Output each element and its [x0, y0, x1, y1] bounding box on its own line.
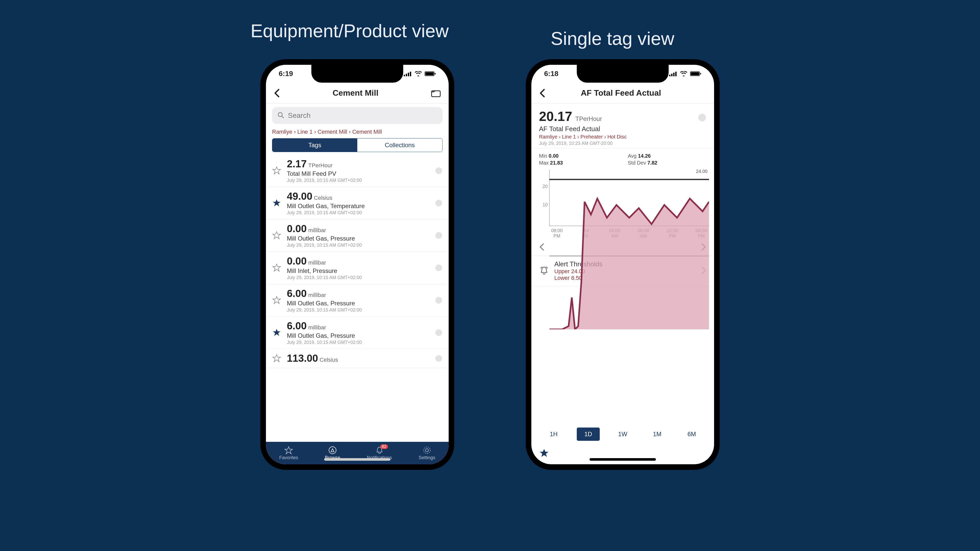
- status-time: 6:18: [544, 70, 558, 78]
- slide-title-right: Single tag view: [523, 28, 702, 49]
- svg-line-9: [282, 116, 284, 118]
- tab-label: Favorites: [279, 455, 298, 460]
- svg-rect-6: [434, 73, 436, 75]
- breadcrumb[interactable]: Ramliye › Line 1 › Cement Mill › Cement …: [266, 127, 449, 138]
- favorite-toggle[interactable]: [539, 454, 549, 459]
- favorite-toggle[interactable]: [272, 263, 282, 272]
- svg-rect-0: [404, 75, 405, 76]
- timeframe-1W[interactable]: 1W: [611, 427, 634, 441]
- timeframe-1H[interactable]: 1H: [542, 427, 565, 441]
- list-item[interactable]: 6.00millibar Mill Outlet Gas, Pressure J…: [266, 317, 449, 349]
- tab-settings[interactable]: Settings: [419, 446, 435, 460]
- tag-timestamp: July 29, 2019, 10:15 AM GMT+02:00: [287, 178, 430, 183]
- back-button[interactable]: [274, 89, 280, 98]
- status-icon: [435, 297, 442, 304]
- cellular-icon: [669, 71, 677, 76]
- svg-point-16: [435, 355, 442, 362]
- tag-value: 6.00: [287, 320, 307, 332]
- phone-mockup-left: 6:19 Cement Mill Ramliye › Li: [260, 59, 454, 470]
- segment-collections[interactable]: Collections: [357, 138, 442, 152]
- svg-point-10: [435, 167, 442, 174]
- tag-value: 20.17: [539, 109, 572, 124]
- favorite-toggle[interactable]: [272, 166, 282, 175]
- svg-point-14: [435, 297, 442, 303]
- status-bar: 6:18: [531, 65, 714, 83]
- tag-timestamp: July 29, 2019, 10:23 AM GMT-20:00: [539, 141, 706, 146]
- list-item[interactable]: 0.00millibar Mill Inlet, Pressure July 2…: [266, 252, 449, 284]
- battery-icon: [690, 71, 701, 76]
- status-icon: [435, 329, 442, 337]
- back-button[interactable]: [539, 89, 546, 98]
- tag-timestamp: July 29, 2019, 10:15 AM GMT+02:00: [287, 340, 430, 345]
- svg-point-8: [278, 113, 282, 117]
- svg-rect-1: [406, 74, 407, 76]
- tag-value: 49.00: [287, 191, 312, 202]
- tag-timestamp: July 29, 2019, 10:15 AM GMT+02:00: [287, 243, 430, 248]
- favorite-toggle[interactable]: [272, 328, 282, 337]
- svg-point-11: [435, 200, 442, 206]
- trend-chart[interactable]: 24.00 20 10 08:00PMJul2904:00AM08:00: [536, 170, 709, 238]
- tag-timestamp: July 29, 2019, 10:15 AM GMT+02:00: [287, 275, 430, 280]
- timeframe-6M[interactable]: 6M: [680, 427, 703, 441]
- list-item[interactable]: 2.17TPerHour Total Mill Feed PV July 29,…: [266, 155, 449, 187]
- svg-rect-25: [691, 72, 699, 75]
- tag-value: 2.17: [287, 158, 307, 170]
- cellular-icon: [404, 71, 412, 76]
- status-icon: [435, 354, 442, 362]
- list-item[interactable]: 0.00millibar Mill Outlet Gas, Pressure J…: [266, 219, 449, 252]
- gear-icon: [423, 446, 431, 454]
- tag-label: Mill Outlet Gas, Pressure: [287, 235, 430, 242]
- segmented-control: Tags Collections: [272, 138, 442, 152]
- status-icon: [698, 113, 706, 123]
- tag-unit: millibar: [308, 259, 326, 266]
- tag-header-card: 20.17 TPerHour AF Total Feed Actual Raml…: [531, 103, 714, 148]
- tag-unit: millibar: [308, 227, 326, 233]
- segment-tags[interactable]: Tags: [272, 138, 357, 152]
- tag-list[interactable]: 2.17TPerHour Total Mill Feed PV July 29,…: [266, 155, 449, 442]
- search-bar[interactable]: [272, 107, 442, 124]
- svg-rect-5: [425, 72, 434, 75]
- list-item[interactable]: 113.00Celsius: [266, 349, 449, 368]
- favorite-toggle[interactable]: [272, 295, 282, 305]
- favorite-toggle[interactable]: [272, 354, 282, 363]
- tag-label: Mill Outlet Gas, Pressure: [287, 300, 430, 307]
- svg-point-18: [425, 449, 428, 452]
- wifi-icon: [680, 71, 687, 76]
- tab-favorites[interactable]: Favorites: [279, 446, 298, 460]
- tag-value: 0.00: [287, 223, 307, 234]
- search-input[interactable]: [288, 111, 438, 120]
- folder-action-button[interactable]: [431, 89, 441, 97]
- tag-unit: TPerHour: [308, 162, 332, 168]
- home-indicator[interactable]: [590, 458, 656, 461]
- tag-value: 113.00: [287, 353, 318, 364]
- tag-breadcrumb[interactable]: Ramliye › Line 1 › Preheater › Hot Disc: [539, 134, 706, 140]
- tag-label: Total Mill Feed PV: [287, 170, 430, 177]
- tag-unit: millibar: [308, 324, 326, 330]
- tab-label: Settings: [419, 455, 435, 460]
- svg-rect-20: [669, 75, 670, 76]
- tag-value: 0.00: [287, 256, 307, 267]
- tag-label: Mill Outlet Gas, Temperature: [287, 203, 430, 210]
- svg-rect-21: [671, 74, 673, 76]
- list-item[interactable]: 49.00Celsius Mill Outlet Gas, Temperatur…: [266, 187, 449, 219]
- tag-label: Mill Inlet, Pressure: [287, 267, 430, 275]
- nav-title: Cement Mill: [332, 88, 379, 98]
- chart-prev-button[interactable]: [539, 243, 545, 251]
- alert-bell-icon: [539, 265, 549, 276]
- tag-timestamp: July 29, 2019, 10:15 AM GMT+02:00: [287, 307, 430, 313]
- list-item[interactable]: 6.00millibar Mill Outlet Gas, Pressure J…: [266, 284, 449, 317]
- svg-point-15: [435, 329, 442, 336]
- svg-rect-23: [675, 72, 676, 76]
- star-icon: [284, 446, 293, 454]
- favorite-toggle[interactable]: [272, 231, 282, 240]
- status-icon: [435, 167, 442, 175]
- svg-rect-22: [673, 73, 675, 76]
- timeframe-1D[interactable]: 1D: [577, 427, 600, 441]
- nav-title: AF Total Feed Actual: [581, 88, 661, 98]
- timeframe-tabs: 1H1D1W1M6M: [531, 422, 714, 446]
- favorite-toggle[interactable]: [272, 198, 282, 208]
- svg-rect-2: [408, 73, 409, 76]
- timeframe-1M[interactable]: 1M: [646, 427, 669, 441]
- svg-point-13: [435, 265, 442, 271]
- home-indicator[interactable]: [324, 458, 390, 461]
